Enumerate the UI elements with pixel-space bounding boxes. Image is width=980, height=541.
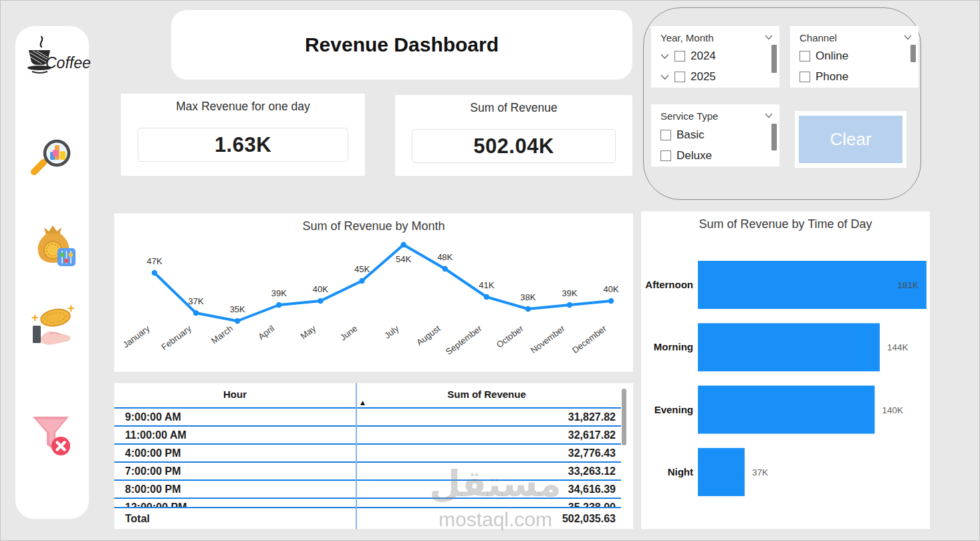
svg-text:Coffee: Coffee (45, 54, 91, 72)
svg-text:39K: 39K (271, 288, 287, 298)
page-title: Revenue Dashboard (305, 33, 499, 56)
checkbox-basic[interactable] (660, 130, 671, 140)
hour-cell: 4:00:00 PM (125, 447, 181, 459)
table-row[interactable]: 11:00:00 AM32,617.82 (114, 427, 621, 445)
expand-chevron-icon[interactable] (660, 53, 669, 60)
svg-text:February: February (159, 323, 193, 352)
title-card: Revenue Dashboard (171, 10, 632, 80)
revenue-cell: 32,776.43 (568, 447, 616, 459)
slicer-item-label[interactable]: Basic (677, 128, 705, 142)
kpi-value: 502.04K (473, 134, 554, 158)
revenue-cell: 32,617.82 (568, 429, 616, 441)
svg-text:August: August (414, 323, 443, 348)
hour-cell: 8:00:00 PM (125, 483, 181, 496)
column-header-sum[interactable]: Sum of Revenue (356, 389, 618, 400)
slicer-scrollbar[interactable] (910, 45, 916, 62)
total-value: 502,035.63 (562, 513, 616, 525)
svg-text:37K: 37K (189, 296, 204, 306)
revenue-by-time-bar-chart[interactable]: Afternoon181KMorning144KEvening140KNight… (641, 231, 930, 529)
svg-text:July: July (382, 323, 401, 340)
table-row[interactable]: 7:00:00 PM33,263.12 (114, 463, 621, 481)
svg-text:May: May (299, 323, 318, 341)
checkbox-online[interactable] (800, 51, 810, 62)
checkbox-phone[interactable] (800, 72, 810, 82)
revenue-cell: 35,238.00 (568, 502, 616, 507)
slicer-item-label[interactable]: Online (816, 49, 848, 63)
chevron-down-icon[interactable] (904, 35, 912, 40)
svg-text:Night: Night (668, 466, 693, 477)
sort-ascending-icon[interactable]: ▲ (360, 399, 365, 406)
slicer-title: Service Type (660, 110, 718, 122)
svg-text:38K: 38K (520, 292, 535, 302)
expand-chevron-icon[interactable] (660, 74, 669, 80)
svg-text:September: September (444, 323, 484, 357)
table-row[interactable]: 4:00:00 PM32,776.43 (114, 445, 621, 463)
svg-text:144K: 144K (887, 342, 908, 352)
hour-revenue-table: Hour Sum of Revenue ▲ 9:00:00 AM31,827.8… (114, 383, 633, 529)
clear-button[interactable]: Clear (799, 116, 902, 163)
table-row[interactable]: 9:00:00 AM31,827.82 (114, 409, 621, 427)
svg-text:+: + (31, 311, 39, 324)
svg-text:181K: 181K (897, 280, 918, 290)
table-header: Hour Sum of Revenue ▲ (114, 383, 621, 407)
table-scrollbar[interactable] (622, 389, 626, 445)
hour-cell: 11:00:00 AM (125, 429, 187, 441)
svg-text:39K: 39K (562, 288, 577, 298)
svg-text:40K: 40K (313, 284, 328, 294)
slicer-title: Channel (800, 32, 837, 43)
clear-button-card: Clear (795, 111, 906, 168)
svg-text:March: March (209, 323, 235, 346)
hand-coin-icon[interactable]: + + (30, 303, 77, 354)
slicer-item-label[interactable]: Phone (816, 70, 848, 84)
kpi-value: 1.63K (215, 133, 271, 157)
kpi-value-box: 1.63K (138, 128, 348, 162)
svg-text:48K: 48K (437, 252, 453, 262)
slicer-year-month: Year, Month 2024 2025 (651, 26, 779, 88)
kpi-value-box: 502.04K (412, 129, 616, 163)
checkbox-2024[interactable] (675, 51, 685, 62)
coffee-logo-icon: Coffee (27, 35, 92, 86)
chevron-down-icon[interactable] (765, 35, 773, 40)
kpi-max-revenue: Max Revenue for one day 1.63K (121, 94, 365, 176)
sidebar: Coffee (15, 26, 89, 519)
bar-chart-title: Sum of Revenue by Time of Day (641, 217, 930, 231)
hour-cell: 7:00:00 PM (125, 465, 181, 477)
slicer-item-label[interactable]: Deluxe (677, 149, 712, 163)
slicer-item-label[interactable]: 2024 (691, 49, 716, 63)
svg-text:December: December (570, 323, 608, 355)
chevron-down-icon[interactable] (765, 113, 773, 118)
dashboard-canvas: Coffee (0, 0, 980, 541)
slicer-channel: Channel Online Phone (790, 26, 918, 88)
slicer-scrollbar[interactable] (771, 45, 777, 73)
table-row[interactable]: 12:00:00 PM35,238.00 (114, 499, 621, 507)
hour-cell: 9:00:00 AM (125, 411, 181, 423)
revenue-by-month-line-chart[interactable]: 47KJanuary37KFebruary35KMarch39KApril40K… (114, 233, 633, 372)
revenue-cell: 34,616.39 (568, 483, 616, 496)
search-analytics-icon[interactable] (31, 133, 76, 184)
column-divider (356, 383, 357, 529)
table-total-row: Total 502,035.63 (114, 507, 621, 529)
svg-text:40K: 40K (604, 284, 619, 294)
slicer-item-label[interactable]: 2025 (691, 70, 716, 84)
svg-text:January: January (121, 323, 152, 350)
slicer-scrollbar[interactable] (771, 124, 777, 150)
svg-text:37K: 37K (752, 467, 768, 477)
svg-text:April: April (256, 323, 276, 342)
table-row[interactable]: 8:00:00 PM34,616.39 (114, 481, 621, 499)
bar-chart-panel: Sum of Revenue by Time of Day Afternoon1… (641, 211, 930, 529)
checkbox-deluxe[interactable] (660, 150, 671, 161)
svg-text:October: October (495, 323, 525, 350)
column-header-hour[interactable]: Hour (114, 389, 356, 400)
checkbox-2025[interactable] (675, 72, 685, 82)
svg-text:35K: 35K (230, 304, 245, 314)
clear-filter-icon[interactable] (31, 414, 76, 466)
money-bag-icon[interactable] (32, 220, 78, 271)
revenue-cell: 31,827.82 (568, 411, 616, 423)
svg-text:41K: 41K (479, 280, 494, 290)
slicer-title: Year, Month (660, 32, 714, 43)
svg-text:November: November (529, 323, 567, 355)
svg-text:140K: 140K (882, 405, 903, 415)
kpi-sum-revenue: Sum of Revenue 502.04K (395, 95, 632, 176)
kpi-label: Sum of Revenue (395, 101, 632, 115)
svg-text:54K: 54K (396, 254, 411, 264)
